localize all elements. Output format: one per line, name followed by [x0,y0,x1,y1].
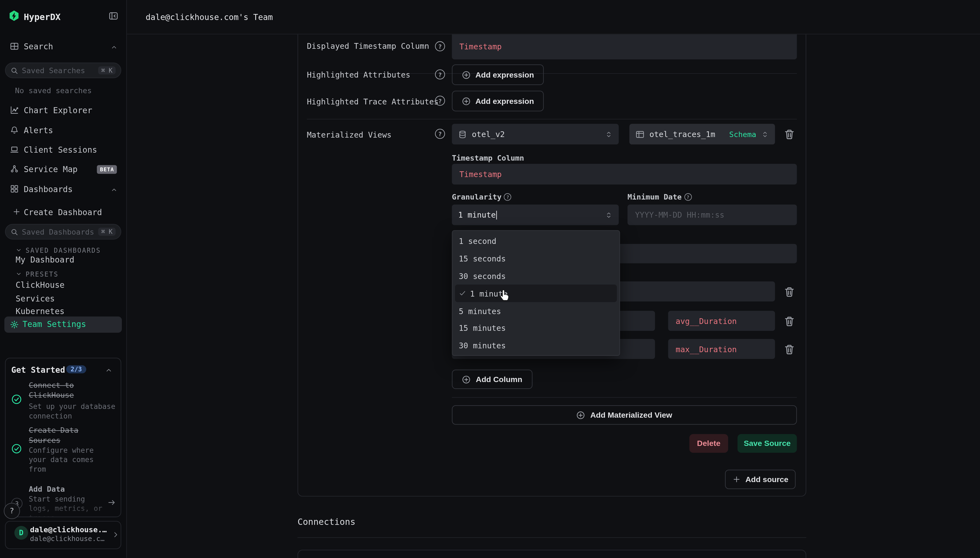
hyperdx-logo-icon[interactable] [8,10,20,22]
plus-icon [13,208,21,216]
chevron-updown-icon [605,210,612,219]
chevron-updown-icon [605,130,612,138]
avatar: D [14,526,28,540]
chevron-down-icon [16,271,22,277]
add-column-button[interactable]: Add Column [452,370,532,389]
get-started-step-3[interactable]: 3 Add Data Start sending logs, metrics, … [6,482,121,517]
get-started-step-1[interactable]: Connect to ClickHouse Set up your databa… [6,379,121,420]
saved-searches-input[interactable]: Saved Searches ⌘ K [5,62,121,78]
topbar: dale@clickhouse.com's Team [126,0,980,34]
chevron-up-icon [111,186,118,193]
chevron-down-icon [16,247,22,253]
sidebar-item-service-map[interactable]: Service Map BETA [0,161,126,177]
materialized-view-select[interactable]: otel_v2 [452,124,619,144]
check-icon [459,290,466,297]
plus-icon [732,475,740,483]
user-email: dale@clickhouse.c… [30,535,105,543]
granularity-label: Granularity [452,193,502,202]
chevron-updown-icon [761,130,769,138]
minimum-date-input[interactable]: YYYY-MM-DD HH:mm:ss [628,204,797,225]
dropdown-option[interactable]: 30 seconds [453,268,619,285]
user-menu[interactable]: D dale@clickhouse.… dale@clickhouse.c… [5,521,121,549]
beta-badge: BETA [97,165,117,174]
help-icon[interactable]: ? [504,193,511,200]
chart-explorer-icon [10,106,19,115]
user-name: dale@clickhouse.… [30,525,107,534]
help-icon[interactable]: ? [435,129,445,139]
chevron-up-icon[interactable] [105,366,112,374]
no-saved-searches-text: No saved searches [15,86,92,95]
minimum-date-label: Minimum Date [628,193,682,202]
create-dashboard-button[interactable]: Create Dashboard [0,205,126,220]
delete-column-icon[interactable] [784,286,795,298]
dropdown-option-selected[interactable]: 1 minute [455,285,617,302]
sidebar-item-team-settings[interactable]: Team Settings [4,317,122,333]
search-icon [11,67,18,74]
chevron-right-icon [112,531,119,538]
sidebar-item-search[interactable]: Search [0,39,126,55]
granularity-value: 1 minute [458,210,600,220]
granularity-select[interactable]: 1 minute [452,204,619,225]
shortcut-badge: ⌘ K [98,228,116,236]
sidebar-item-client-sessions[interactable]: Client Sessions [0,142,126,158]
dropdown-option[interactable]: 5 minutes [453,302,619,320]
add-expression-button[interactable]: Add expression [452,64,544,85]
connections-heading: Connections [298,517,355,527]
save-source-button[interactable]: Save Source [738,434,797,453]
text-caret [496,211,497,220]
get-started-step-2[interactable]: Create Data Sources Configure where your… [6,424,121,474]
section-presets[interactable]: PRESETS [0,268,126,279]
plus-circle-icon [461,97,470,105]
timestamp-column-label: Timestamp Column [452,154,524,162]
arrow-right-icon [107,499,116,507]
dropdown-option[interactable]: 1 second [453,233,619,250]
get-started-card: Get Started 2/3 Connect to ClickHouse Se… [5,358,121,517]
sidebar-item-chart-explorer[interactable]: Chart Explorer [0,102,126,119]
sidebar-item-dashboards[interactable]: Dashboards [0,181,126,198]
sidebar-item-alerts[interactable]: Alerts [0,123,126,139]
delete-column-icon[interactable] [784,316,795,327]
dropdown-option[interactable]: 15 seconds [453,250,619,267]
database-icon [458,130,467,138]
bell-icon [10,126,19,135]
delete-column-icon[interactable] [784,344,795,355]
add-trace-expression-button[interactable]: Add expression [452,91,544,111]
connections-panel [298,550,806,558]
collapse-sidebar-icon[interactable] [109,11,118,21]
gear-icon [10,320,19,329]
search-icon [11,228,18,235]
progress-badge: 2/3 [66,365,86,374]
sidebar-item-my-dashboard[interactable]: My Dashboard [16,255,74,264]
hyperdx-app: dale@clickhouse.com's Team Displayed Tim… [0,0,980,558]
column-alias-input[interactable]: avg__Duration [668,311,775,331]
granularity-dropdown: 1 second 15 seconds 30 seconds 1 minute … [452,230,620,356]
dashboards-icon [10,184,19,193]
dropdown-option[interactable]: 15 minutes [453,320,619,337]
help-icon[interactable]: ? [435,41,445,51]
laptop-icon [10,145,19,154]
help-icon[interactable]: ? [435,69,445,79]
sidebar-item-clickhouse[interactable]: ClickHouse [16,280,65,289]
materialized-table-select[interactable]: otel_traces_1m Schema [630,124,775,144]
sidebar-item-services[interactable]: Services [16,294,55,303]
divider [307,119,797,120]
section-saved-dashboards[interactable]: SAVED DASHBOARDS [0,245,126,254]
displayed-timestamp-column-label: Displayed Timestamp Column [307,41,429,51]
divider [452,397,797,398]
sidebar-item-kubernetes[interactable]: Kubernetes [16,307,65,316]
add-materialized-view-button[interactable]: Add Materialized View [452,405,797,425]
help-icon[interactable]: ? [435,96,445,106]
timestamp-column-input[interactable]: Timestamp [452,164,797,184]
schema-badge[interactable]: Schema [729,130,756,138]
column-alias-input[interactable]: max__Duration [668,339,775,359]
add-source-button[interactable]: Add source [725,470,796,489]
delete-materialized-view-icon[interactable] [784,129,795,140]
help-button[interactable]: ? [4,503,20,519]
dropdown-option[interactable]: 30 minutes [453,337,619,354]
delete-button[interactable]: Delete [689,434,728,453]
app-title: HyperDX [24,12,61,22]
saved-dashboards-input[interactable]: Saved Dashboards ⌘ K [5,224,121,240]
check-circle-icon [11,443,22,454]
help-icon[interactable]: ? [684,193,692,200]
displayed-timestamp-column-input[interactable]: Timestamp [452,34,797,59]
